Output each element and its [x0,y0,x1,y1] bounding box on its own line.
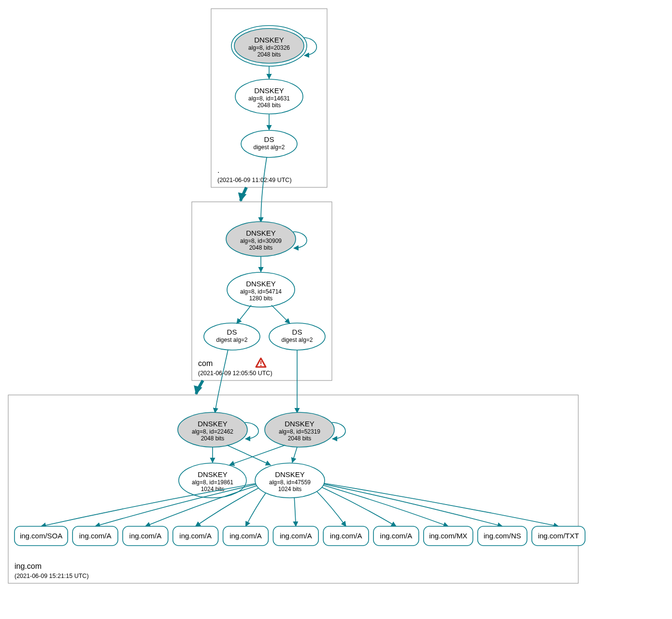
edge-root-ds-to-com-ksk [261,157,267,222]
svg-rect-29 [260,365,261,366]
edge-zsk2-to-record [294,498,296,526]
record-label: ing.com/A [280,532,312,540]
svg-text:alg=8, id=54714: alg=8, id=54714 [240,288,282,295]
svg-text:DNSKEY: DNSKEY [246,229,276,237]
edge-com-to-ing-box [196,380,203,394]
svg-text:alg=8, id=19861: alg=8, id=19861 [192,479,233,486]
svg-text:alg=8, id=14631: alg=8, id=14631 [248,95,290,102]
node-root-ksk: DNSKEY alg=8, id=20326 2048 bits [231,26,307,66]
node-root-ds: DS digest alg=2 [241,130,297,157]
zone-com-label: com [198,359,213,367]
svg-text:DS: DS [264,135,274,143]
record-label: ing.com/A [179,532,212,540]
svg-text:1280 bits: 1280 bits [249,295,273,302]
warning-icon [256,358,266,367]
zone-root-timestamp: (2021-06-09 11:02:49 UTC) [217,177,292,183]
svg-text:DNSKEY: DNSKEY [246,280,276,288]
node-com-ksk: DNSKEY alg=8, id=30909 2048 bits [226,222,296,256]
edge-ksk1-zsk2 [227,445,271,465]
edge-com-zsk-to-ds1 [237,305,251,324]
record-label: ing.com/MX [429,532,467,540]
svg-text:DNSKEY: DNSKEY [254,86,284,95]
svg-rect-28 [260,361,261,364]
svg-text:digest alg=2: digest alg=2 [253,144,285,151]
svg-text:2048 bits: 2048 bits [201,435,225,442]
node-com-ds2: DS digest alg=2 [269,323,325,350]
node-ing-zsk2: DNSKEY alg=8, id=47559 1024 bits [255,463,325,498]
record-label: ing.com/A [330,532,362,540]
record-label: ing.com/SOA [20,532,62,540]
zone-ing-label: ing.com [14,562,42,570]
svg-text:alg=8, id=22462: alg=8, id=22462 [192,428,233,435]
edge-zsk2-to-record [246,493,266,526]
svg-text:DNSKEY: DNSKEY [275,470,305,478]
svg-text:alg=8, id=52319: alg=8, id=52319 [279,428,320,435]
record-label: ing.com/A [380,532,413,540]
edge-zsk2-to-record [324,483,558,526]
svg-text:alg=8, id=30909: alg=8, id=30909 [240,238,282,244]
node-com-zsk: DNSKEY alg=8, id=54714 1280 bits [227,272,295,307]
record-label: ing.com/A [229,532,262,540]
svg-text:digest alg=2: digest alg=2 [281,337,313,343]
node-root-zsk: DNSKEY alg=8, id=14631 2048 bits [235,79,303,114]
edge-ds1-to-ksk1 [215,350,228,413]
svg-text:alg=8, id=20326: alg=8, id=20326 [248,44,290,51]
svg-text:DNSKEY: DNSKEY [198,470,228,478]
edge-zsk2-to-record [324,484,502,526]
zone-root-label: . [217,166,219,174]
svg-text:2048 bits: 2048 bits [288,435,312,442]
svg-text:2048 bits: 2048 bits [257,51,281,58]
edge-ksk2-zsk1 [229,445,285,465]
svg-text:DS: DS [227,328,237,336]
svg-text:1024 bits: 1024 bits [278,486,302,492]
record-label: ing.com/A [129,532,162,540]
edge-zsk2-to-record [322,487,396,526]
svg-text:digest alg=2: digest alg=2 [216,337,247,343]
svg-text:alg=8, id=47559: alg=8, id=47559 [269,479,311,486]
record-label: ing.com/A [79,532,112,540]
svg-text:2048 bits: 2048 bits [257,102,281,109]
record-label: ing.com/NS [484,532,521,540]
node-ing-ksk1: DNSKEY alg=8, id=22462 2048 bits [178,412,247,447]
svg-text:DNSKEY: DNSKEY [198,420,228,428]
node-com-ds1: DS digest alg=2 [204,323,260,350]
svg-text:2048 bits: 2048 bits [249,244,273,251]
edge-root-to-com-box [241,187,246,201]
zone-com-timestamp: (2021-06-09 12:05:50 UTC) [198,370,272,377]
edge-ksk2-zsk2 [292,447,297,463]
svg-text:DNSKEY: DNSKEY [254,36,284,44]
edge-com-zsk-to-ds2 [272,305,290,324]
svg-text:DNSKEY: DNSKEY [285,420,315,428]
record-label: ing.com/TXT [538,532,579,540]
zone-ing-timestamp: (2021-06-09 15:21:15 UTC) [14,573,89,579]
node-ing-ksk2: DNSKEY alg=8, id=52319 2048 bits [265,412,334,447]
svg-text:DS: DS [292,328,302,336]
